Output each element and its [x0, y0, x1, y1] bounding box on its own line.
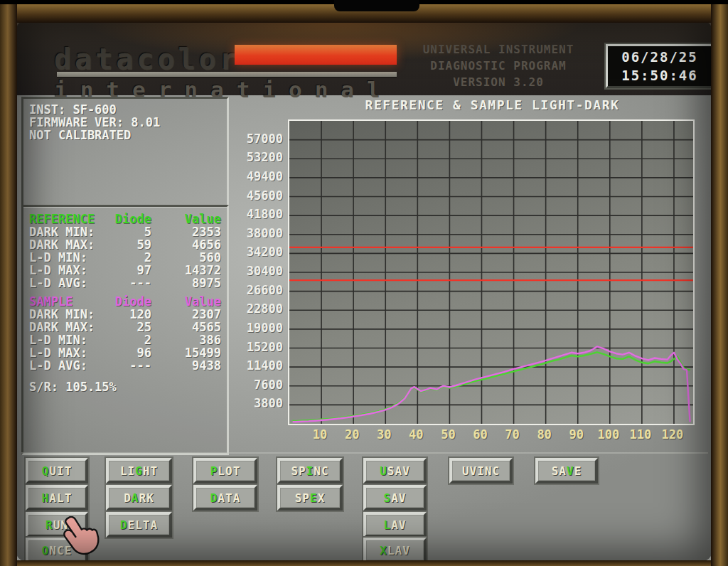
- table-row: L-D MIN:2560: [23, 251, 227, 264]
- y-tick-label: 11400: [235, 358, 283, 373]
- hotkey-letter: E: [310, 491, 318, 505]
- x-tick-label: 120: [656, 427, 689, 442]
- readings-panel: REFERENCEDiodeValueDARK MIN:52353DARK MA…: [21, 205, 229, 455]
- table-row: L-D MAX:9714372: [23, 264, 227, 277]
- chart-title: REFERENCE & SAMPLE LIGHT-DARK: [299, 97, 686, 112]
- button-data[interactable]: DATA: [193, 485, 257, 511]
- reference-row-value: 560: [151, 251, 221, 264]
- table-row: L-D AVG:---9438: [23, 359, 227, 372]
- sample-row-label: DARK MIN:: [29, 308, 114, 321]
- reference-row-label: DARK MAX:: [29, 238, 114, 251]
- x-tick-label: 100: [592, 427, 625, 442]
- sample-row-label: L-D AVG:: [29, 359, 114, 372]
- reference-col_diode: Diode: [114, 213, 151, 225]
- y-tick-label: 57000: [235, 132, 283, 146]
- sample-row-value: 15499: [151, 346, 221, 359]
- reference-row-diode: 2: [114, 251, 151, 264]
- reference-row-diode: ---: [114, 277, 151, 289]
- y-tick-label: 3800: [235, 396, 283, 410]
- monitor-notch: [334, 0, 419, 11]
- instrument-panel: INST: SF-600 FIRMWARE VER: 8.01 NOT CALI…: [21, 97, 229, 208]
- button-delta[interactable]: DELTA: [106, 512, 172, 538]
- reference-row-value: 4656: [151, 238, 221, 251]
- button-halt[interactable]: HALT: [26, 485, 88, 511]
- hotkey-letter: H: [42, 491, 50, 505]
- x-tick-label: 60: [464, 427, 496, 442]
- x-tick-label: 20: [336, 427, 368, 442]
- button-dark[interactable]: DARK: [106, 485, 172, 511]
- button-sav[interactable]: SAV: [363, 485, 427, 511]
- hotkey-letter: S: [384, 491, 392, 505]
- reference-title: REFERENCE: [29, 213, 114, 225]
- datetime-display: 06/28/25 15:50:46: [606, 44, 714, 88]
- sample-table-header: SAMPLEDiodeValue: [23, 295, 227, 308]
- sample-table: SAMPLEDiodeValueDARK MIN:1202307DARK MAX…: [23, 295, 227, 372]
- time-value: 15:50:46: [608, 66, 712, 85]
- sample-row-value: 386: [151, 333, 221, 346]
- y-tick-label: 38000: [235, 226, 283, 240]
- table-row: DARK MIN:1202307: [23, 308, 227, 321]
- button-lav[interactable]: LAV: [363, 512, 427, 538]
- button-light[interactable]: LIGHT: [106, 458, 172, 484]
- button-uvinc[interactable]: UVINC: [449, 458, 513, 484]
- sample-col_diode: Diode: [114, 295, 151, 308]
- y-tick-label: 49400: [235, 169, 283, 183]
- sample-row-diode: 120: [114, 308, 151, 321]
- y-tick-label: 45600: [235, 188, 283, 203]
- y-tick-label: 26600: [235, 283, 283, 297]
- button-xlav[interactable]: XLAV: [363, 538, 427, 563]
- table-row: DARK MIN:52353: [23, 225, 227, 238]
- y-tick-label: 41800: [235, 207, 283, 221]
- reference-row-diode: 97: [114, 264, 151, 277]
- button-quit[interactable]: QUIT: [26, 458, 88, 484]
- sample-title: SAMPLE: [29, 295, 114, 308]
- x-tick-label: 50: [432, 427, 464, 442]
- sample-col_value: Value: [151, 295, 221, 308]
- hotkey-letter: P: [210, 464, 218, 478]
- hotkey-letter: X: [380, 544, 387, 557]
- y-tick-label: 53200: [235, 150, 283, 164]
- sample-row-diode: 2: [114, 333, 151, 346]
- x-tick-label: 40: [400, 427, 432, 442]
- table-row: L-D MAX:9615499: [23, 346, 227, 359]
- button-spinc[interactable]: SPINC: [277, 458, 343, 484]
- button-usav[interactable]: USAV: [363, 458, 427, 484]
- reference-curve: [293, 352, 690, 421]
- button-plot[interactable]: PLOT: [193, 458, 257, 484]
- button-spex[interactable]: SPEX: [277, 485, 343, 511]
- reference-row-label: L-D MIN:: [29, 251, 114, 264]
- hotkey-letter: O: [42, 544, 50, 557]
- program-title-line1: UNIVERSAL INSTRUMENT: [402, 41, 594, 58]
- reference-row-value: 8975: [151, 277, 221, 289]
- sample-row-value: 9438: [151, 359, 221, 372]
- x-tick-label: 70: [496, 427, 529, 442]
- sample-row-label: L-D MAX:: [29, 346, 114, 359]
- crt-screenshot: datacolor international UNIVERSAL INSTRU…: [0, 0, 728, 566]
- sample-row-label: L-D MIN:: [29, 333, 114, 346]
- y-tick-label: 34200: [235, 245, 283, 259]
- x-tick-label: 10: [304, 427, 336, 442]
- red-glare-bar: [235, 45, 397, 65]
- reference-row-label: L-D AVG:: [29, 277, 114, 289]
- button-save[interactable]: SAVE: [535, 458, 598, 484]
- sample-row-diode: ---: [114, 359, 151, 372]
- reference-table: REFERENCEDiodeValueDARK MIN:52353DARK MA…: [23, 213, 227, 289]
- sample-row-label: DARK MAX:: [29, 321, 114, 333]
- hotkey-letter: G: [135, 464, 143, 478]
- reference-row-label: DARK MIN:: [29, 225, 114, 238]
- program-title-line3: VERSION 3.20: [402, 74, 594, 90]
- y-tick-label: 19000: [235, 321, 283, 335]
- sample-row-diode: 96: [114, 346, 151, 359]
- reference-row-label: L-D MAX:: [29, 264, 114, 277]
- hotkey-letter: I: [306, 464, 314, 478]
- button-area-divider: [21, 452, 708, 454]
- y-tick-label: 7600: [235, 378, 283, 392]
- sample-row-diode: 25: [114, 321, 151, 333]
- x-tick-label: 30: [368, 427, 400, 442]
- reference-row-value: 2353: [151, 225, 221, 238]
- reference-row-diode: 5: [114, 225, 151, 238]
- instrument-name: INST: SF-600: [23, 103, 227, 116]
- hotkey-letter: U: [380, 464, 387, 478]
- reference-table-header: REFERENCEDiodeValue: [23, 213, 227, 225]
- signal-ratio: S/R: 105.15%: [23, 380, 227, 393]
